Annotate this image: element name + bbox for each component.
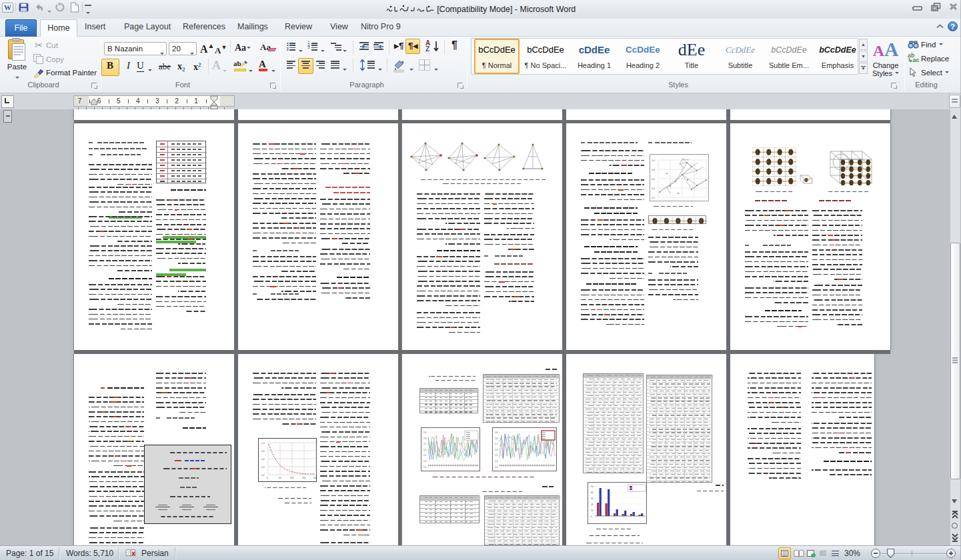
svg-text:0.2: 0.2 [261,474,265,477]
svg-text:0.6: 0.6 [652,178,655,181]
svg-text:10: 10 [591,509,594,512]
svg-text:1.7: 1.7 [495,443,498,445]
svg-text:1.5: 1.5 [495,454,498,457]
svg-text:1.0: 1.0 [652,159,655,162]
svg-text:1.0: 1.0 [261,442,265,445]
svg-text:0: 0 [267,477,268,479]
svg-text:200: 200 [313,477,317,479]
svg-text:0.8: 0.8 [261,450,265,453]
svg-text:0.8: 0.8 [652,169,655,171]
svg-text:100: 100 [290,477,294,479]
svg-text:0: 0 [591,515,592,518]
svg-text:30: 30 [591,497,594,500]
svg-text:1.9: 1.9 [495,431,498,434]
svg-text:50: 50 [279,477,281,479]
svg-text:1.4: 1.4 [495,460,498,463]
svg-text:1.6: 1.6 [423,449,427,451]
svg-text:1.6: 1.6 [495,449,498,451]
svg-text:1.8: 1.8 [495,437,498,440]
svg-text:0.4: 0.4 [261,466,265,469]
svg-text:1.9: 1.9 [423,431,427,434]
svg-text:0.2: 0.2 [652,197,655,199]
svg-text:0.6: 0.6 [261,458,265,461]
svg-text:1.3: 1.3 [495,466,498,469]
svg-text:0.4: 0.4 [652,187,655,190]
svg-text:150: 150 [302,477,306,479]
svg-text:1.7: 1.7 [423,443,427,445]
svg-text:20: 20 [591,503,594,506]
svg-text:1.3: 1.3 [423,466,427,469]
svg-text:40: 40 [591,491,594,494]
svg-text:1.4: 1.4 [423,460,427,463]
svg-text:1.8: 1.8 [423,437,427,440]
svg-text:50: 50 [591,485,594,488]
svg-text:1.5: 1.5 [423,454,427,457]
